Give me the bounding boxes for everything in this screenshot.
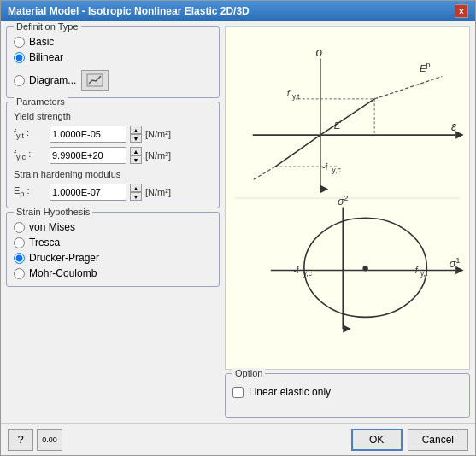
footer-right-buttons: OK Cancel	[351, 429, 468, 451]
svg-text:ε: ε	[451, 120, 457, 133]
fyt-label: fy,t :	[14, 127, 46, 140]
yield-strength-label: Yield strength	[14, 111, 212, 121]
title-bar: Material Model - Isotropic Nonlinear Ela…	[1, 1, 475, 21]
strain-hypothesis-label: Strain Hypothesis	[14, 207, 92, 217]
svg-text:E: E	[334, 120, 341, 131]
help-button[interactable]: ?	[8, 429, 33, 451]
right-panel: σ ε E p f y,t E -f y,c	[225, 26, 470, 418]
svg-text:y,t: y,t	[292, 92, 300, 101]
chart-area: σ ε E p f y,t E -f y,c	[225, 26, 470, 370]
help-icon: ?	[17, 433, 23, 446]
svg-text:1: 1	[455, 255, 460, 265]
option-section: Option Linear elastic only	[225, 373, 470, 418]
svg-text:σ: σ	[316, 46, 324, 59]
radio-diagram-label: Diagram...	[29, 74, 76, 86]
svg-text:y,c: y,c	[332, 166, 341, 174]
svg-text:y,t: y,t	[420, 269, 428, 278]
fyt-down[interactable]: ▼	[130, 134, 142, 143]
radio-mohr-coulomb-label: Mohr-Coulomb	[29, 267, 97, 279]
fyc-down[interactable]: ▼	[130, 155, 142, 164]
svg-text:2: 2	[344, 193, 348, 202]
diagram-row: Diagram...	[14, 70, 212, 91]
definition-type-section: Definition Type Basic Bilinear Diagram..…	[6, 26, 220, 98]
radio-vonmises-label: von Mises	[29, 221, 75, 233]
fyt-row: fy,t : ▲ ▼ [N/m²]	[14, 126, 212, 143]
radio-bilinear-label: Bilinear	[29, 51, 63, 63]
definition-type-group: Basic Bilinear Diagram...	[14, 36, 212, 91]
ep-label: Ep :	[14, 185, 46, 198]
diagram-icon-button[interactable]	[81, 70, 109, 91]
fyt-spinner[interactable]: ▲ ▼	[130, 126, 142, 143]
ep-up[interactable]: ▲	[130, 184, 142, 192]
ep-spinner[interactable]: ▲ ▼	[130, 184, 142, 201]
parameters-section: Parameters Yield strength fy,t : ▲ ▼ [N/…	[6, 102, 220, 208]
radio-drucker-prager-label: Drucker-Prager	[29, 252, 99, 264]
fyt-up[interactable]: ▲	[130, 126, 142, 134]
fyc-input[interactable]	[50, 147, 126, 164]
svg-text:p: p	[426, 60, 430, 69]
fyc-unit: [N/m²]	[145, 150, 171, 161]
ep-unit: [N/m²]	[145, 187, 171, 197]
strain-hypothesis-group: von Mises Tresca Drucker-Prager Mohr-Cou…	[14, 221, 212, 279]
fyc-label: fy,c :	[14, 149, 46, 161]
value-icon: 0.00	[42, 436, 57, 444]
footer: ? 0.00 OK Cancel	[1, 423, 475, 455]
fyc-spinner[interactable]: ▲ ▼	[130, 147, 142, 164]
radio-tresca[interactable]: Tresca	[14, 237, 212, 248]
close-button[interactable]: ×	[455, 4, 468, 18]
fyt-unit: [N/m²]	[145, 129, 171, 139]
fyt-input[interactable]	[50, 126, 126, 143]
radio-bilinear[interactable]: Bilinear	[14, 51, 212, 63]
radio-vonmises[interactable]: von Mises	[14, 221, 212, 233]
radio-basic-label: Basic	[29, 36, 54, 48]
radio-diagram[interactable]: Diagram...	[14, 74, 76, 86]
cancel-button[interactable]: Cancel	[408, 429, 468, 451]
ep-input[interactable]	[50, 184, 126, 201]
definition-type-label: Definition Type	[14, 21, 81, 32]
linear-elastic-label: Linear elastic only	[249, 386, 331, 398]
svg-text:y,c: y,c	[303, 269, 312, 278]
parameters-label: Parameters	[14, 96, 68, 107]
svg-point-32	[362, 266, 367, 271]
main-content: Definition Type Basic Bilinear Diagram..…	[1, 21, 475, 423]
linear-elastic-checkbox[interactable]	[232, 387, 244, 398]
ep-row: Ep : ▲ ▼ [N/m²]	[14, 184, 212, 201]
fyc-row: fy,c : ▲ ▼ [N/m²]	[14, 147, 212, 164]
ep-down[interactable]: ▼	[130, 192, 142, 201]
left-panel: Definition Type Basic Bilinear Diagram..…	[6, 26, 220, 418]
dialog-title: Material Model - Isotropic Nonlinear Ela…	[8, 5, 250, 17]
svg-text:-f: -f	[293, 265, 299, 275]
dialog-window: Material Model - Isotropic Nonlinear Ela…	[0, 0, 476, 456]
modulus-label: Strain hardening modulus	[14, 169, 212, 179]
footer-left-buttons: ? 0.00	[8, 429, 62, 451]
ok-button[interactable]: OK	[351, 429, 403, 451]
radio-basic[interactable]: Basic	[14, 36, 212, 48]
chart-svg: σ ε E p f y,t E -f y,c	[226, 27, 469, 369]
option-section-label: Option	[232, 368, 265, 378]
value-button[interactable]: 0.00	[37, 429, 62, 451]
linear-elastic-row: Linear elastic only	[232, 386, 462, 398]
radio-drucker-prager[interactable]: Drucker-Prager	[14, 252, 212, 264]
radio-tresca-label: Tresca	[29, 237, 60, 248]
fyc-up[interactable]: ▲	[130, 147, 142, 155]
radio-mohr-coulomb[interactable]: Mohr-Coulomb	[14, 267, 212, 279]
strain-hypothesis-section: Strain Hypothesis von Mises Tresca Druck…	[6, 212, 220, 287]
